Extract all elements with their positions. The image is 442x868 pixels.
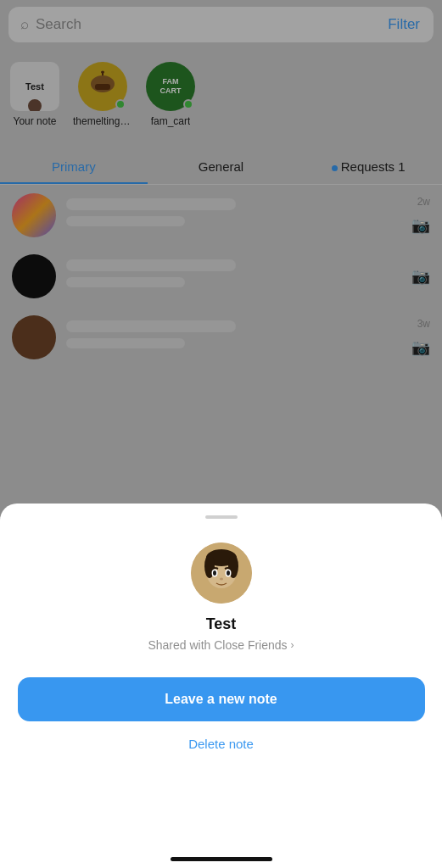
sheet-subtitle-row[interactable]: Shared with Close Friends › (148, 638, 294, 652)
svg-point-12 (227, 570, 230, 576)
bottom-sheet: Test Shared with Close Friends › Leave a… (0, 504, 442, 868)
chevron-icon: › (291, 639, 294, 651)
sheet-avatar-illustration (191, 542, 252, 604)
sheet-username: Test (206, 615, 237, 633)
sheet-subtitle-text: Shared with Close Friends (148, 638, 287, 652)
svg-point-11 (213, 570, 216, 576)
svg-point-13 (220, 578, 223, 581)
leave-note-button[interactable]: Leave a new note (18, 677, 425, 721)
drag-handle (205, 515, 238, 519)
home-indicator (171, 857, 272, 861)
sheet-avatar (191, 542, 252, 604)
delete-note-button[interactable]: Delete note (188, 737, 254, 751)
